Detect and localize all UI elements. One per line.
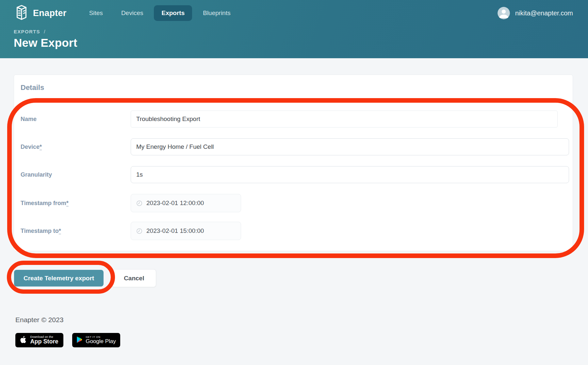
enapter-logo-icon: [14, 4, 29, 22]
user-menu[interactable]: nikita@enapter.com: [498, 7, 573, 19]
device-select[interactable]: My Energy Home / Fuel Cell: [131, 138, 569, 155]
timestamp-from-picker[interactable]: 2023-02-01 12:00:00: [131, 194, 241, 212]
google-play-badge-line2: Google Play: [86, 339, 116, 344]
app-store-badge[interactable]: Download on the App Store: [15, 333, 63, 347]
cancel-button[interactable]: Cancel: [112, 269, 156, 287]
page-title: New Export: [14, 36, 573, 49]
google-play-icon: [76, 336, 83, 344]
form-actions: Create Telemetry export Cancel: [14, 269, 156, 287]
user-avatar-icon: [498, 7, 510, 19]
form-row-timestamp-from: Timestamp from* 2023-02-01 12:00:00: [21, 194, 569, 212]
brand-logo[interactable]: Enapter: [14, 4, 67, 22]
form-row-timestamp-to: Timestamp to* 2023-02-01 15:00:00: [21, 222, 569, 240]
create-telemetry-export-button[interactable]: Create Telemetry export: [14, 270, 104, 287]
details-card: Details Name Troubleshooting Export Devi…: [14, 75, 573, 251]
form-row-device: Device* My Energy Home / Fuel Cell: [21, 138, 569, 155]
name-label: Name: [21, 116, 131, 123]
main-nav: Sites Devices Exports Blueprints: [82, 5, 238, 21]
clock-icon: [136, 228, 142, 234]
section-title: Details: [21, 83, 569, 92]
nav-bar: Enapter Sites Devices Exports Blueprints…: [14, 0, 573, 25]
timestamp-to-picker[interactable]: 2023-02-01 15:00:00: [131, 222, 241, 240]
granularity-input[interactable]: 1s: [131, 166, 569, 183]
brand-name: Enapter: [33, 8, 67, 18]
granularity-label: Granularity: [21, 171, 131, 178]
store-badges: Download on the App Store GET IT ON Goog…: [15, 333, 120, 347]
google-play-badge[interactable]: GET IT ON Google Play: [72, 333, 120, 347]
nav-item-sites[interactable]: Sites: [82, 5, 110, 21]
timestamp-from-label: Timestamp from*: [21, 200, 131, 207]
apple-icon: [20, 336, 27, 345]
required-marker: *: [66, 200, 69, 206]
required-marker: *: [59, 228, 61, 234]
name-input[interactable]: Troubleshooting Export: [131, 111, 558, 128]
nav-item-blueprints[interactable]: Blueprints: [195, 5, 238, 21]
clock-icon: [136, 200, 142, 206]
copyright-text: Enapter © 2023: [15, 316, 120, 324]
form-row-granularity: Granularity 1s: [21, 166, 569, 183]
timestamp-to-value: 2023-02-01 15:00:00: [146, 227, 204, 235]
nav-item-exports[interactable]: Exports: [154, 5, 192, 21]
device-label: Device*: [21, 144, 131, 150]
app-header: Enapter Sites Devices Exports Blueprints…: [0, 0, 588, 58]
breadcrumb-exports-link[interactable]: EXPORTS: [14, 29, 40, 34]
breadcrumb: EXPORTS /: [14, 29, 573, 34]
required-marker: *: [40, 144, 42, 150]
app-store-badge-line2: App Store: [30, 339, 58, 345]
breadcrumb-separator: /: [44, 29, 45, 34]
page-footer: Enapter © 2023 Download on the App Store: [15, 316, 120, 347]
form-row-name: Name Troubleshooting Export: [21, 111, 569, 128]
timestamp-to-label: Timestamp to*: [21, 228, 131, 235]
user-email: nikita@enapter.com: [515, 9, 573, 17]
timestamp-from-value: 2023-02-01 12:00:00: [146, 200, 204, 207]
nav-item-devices[interactable]: Devices: [114, 5, 151, 21]
